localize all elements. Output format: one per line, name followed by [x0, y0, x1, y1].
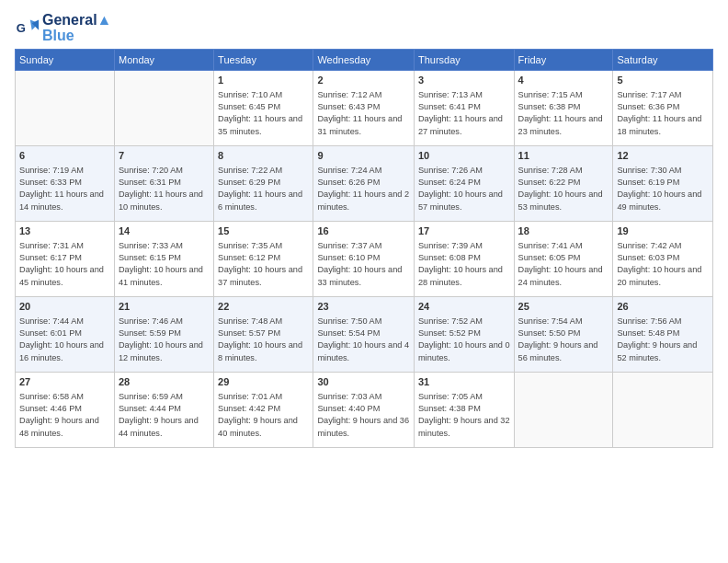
- day-number: 7: [119, 149, 210, 163]
- day-number: 6: [19, 149, 110, 163]
- day-number: 10: [418, 149, 510, 163]
- day-number: 17: [418, 224, 510, 238]
- calendar-cell: 15Sunrise: 7:35 AM Sunset: 6:12 PM Dayli…: [214, 222, 313, 297]
- day-info: Sunrise: 7:22 AM Sunset: 6:29 PM Dayligh…: [218, 165, 309, 213]
- day-number: 23: [317, 300, 410, 314]
- logo: G General▲ Blue: [15, 11, 111, 43]
- calendar-cell: 19Sunrise: 7:42 AM Sunset: 6:03 PM Dayli…: [613, 222, 713, 297]
- calendar-cell: 8Sunrise: 7:22 AM Sunset: 6:29 PM Daylig…: [214, 146, 313, 222]
- calendar-cell: 21Sunrise: 7:46 AM Sunset: 5:59 PM Dayli…: [114, 297, 213, 373]
- day-number: 12: [617, 149, 709, 163]
- page: G General▲ Blue SundayMondayTuesdayWedne…: [0, 0, 728, 457]
- calendar-cell: 14Sunrise: 7:33 AM Sunset: 6:15 PM Dayli…: [114, 222, 213, 297]
- day-number: 1: [218, 74, 309, 87]
- day-number: 21: [119, 300, 210, 314]
- weekday-monday: Monday: [114, 50, 213, 71]
- day-info: Sunrise: 7:19 AM Sunset: 6:33 PM Dayligh…: [19, 165, 110, 213]
- calendar-cell: 22Sunrise: 7:48 AM Sunset: 5:57 PM Dayli…: [214, 297, 313, 373]
- calendar-cell: 7Sunrise: 7:20 AM Sunset: 6:31 PM Daylig…: [114, 146, 213, 222]
- weekday-thursday: Thursday: [414, 50, 514, 71]
- day-info: Sunrise: 7:56 AM Sunset: 5:48 PM Dayligh…: [617, 316, 709, 364]
- calendar-table: SundayMondayTuesdayWednesdayThursdayFrid…: [15, 49, 713, 448]
- day-info: Sunrise: 6:59 AM Sunset: 4:44 PM Dayligh…: [119, 391, 210, 440]
- calendar-cell: 9Sunrise: 7:24 AM Sunset: 6:26 PM Daylig…: [313, 146, 415, 222]
- calendar-row-3: 20Sunrise: 7:44 AM Sunset: 6:01 PM Dayli…: [16, 297, 713, 373]
- day-info: Sunrise: 7:01 AM Sunset: 4:42 PM Dayligh…: [218, 391, 309, 440]
- calendar-cell: 2Sunrise: 7:12 AM Sunset: 6:43 PM Daylig…: [313, 71, 415, 146]
- day-info: Sunrise: 7:17 AM Sunset: 6:36 PM Dayligh…: [617, 89, 709, 138]
- calendar-cell: 24Sunrise: 7:52 AM Sunset: 5:52 PM Dayli…: [414, 297, 514, 373]
- calendar-cell: 1Sunrise: 7:10 AM Sunset: 6:45 PM Daylig…: [214, 71, 313, 146]
- calendar-cell: 23Sunrise: 7:50 AM Sunset: 5:54 PM Dayli…: [313, 297, 415, 373]
- calendar-row-1: 6Sunrise: 7:19 AM Sunset: 6:33 PM Daylig…: [16, 146, 713, 222]
- calendar-cell: 3Sunrise: 7:13 AM Sunset: 6:41 PM Daylig…: [414, 71, 514, 146]
- day-number: 2: [317, 74, 410, 87]
- day-info: Sunrise: 7:20 AM Sunset: 6:31 PM Dayligh…: [119, 165, 210, 213]
- day-number: 31: [418, 375, 510, 389]
- day-info: Sunrise: 7:10 AM Sunset: 6:45 PM Dayligh…: [218, 89, 309, 138]
- day-info: Sunrise: 7:39 AM Sunset: 6:08 PM Dayligh…: [418, 240, 510, 289]
- weekday-wednesday: Wednesday: [313, 50, 415, 71]
- day-info: Sunrise: 7:44 AM Sunset: 6:01 PM Dayligh…: [19, 316, 110, 364]
- day-info: Sunrise: 7:05 AM Sunset: 4:38 PM Dayligh…: [418, 391, 510, 440]
- weekday-saturday: Saturday: [613, 50, 713, 71]
- day-number: 11: [518, 149, 609, 163]
- calendar-cell: 10Sunrise: 7:26 AM Sunset: 6:24 PM Dayli…: [414, 146, 514, 222]
- calendar-cell: 27Sunrise: 6:58 AM Sunset: 4:46 PM Dayli…: [16, 373, 115, 448]
- day-number: 25: [518, 300, 609, 314]
- day-number: 30: [317, 375, 410, 389]
- day-info: Sunrise: 7:12 AM Sunset: 6:43 PM Dayligh…: [317, 89, 410, 138]
- day-info: Sunrise: 7:26 AM Sunset: 6:24 PM Dayligh…: [418, 165, 510, 213]
- day-info: Sunrise: 7:28 AM Sunset: 6:22 PM Dayligh…: [518, 165, 609, 213]
- day-number: 29: [218, 375, 309, 389]
- calendar-cell: 30Sunrise: 7:03 AM Sunset: 4:40 PM Dayli…: [313, 373, 415, 448]
- calendar-cell: 17Sunrise: 7:39 AM Sunset: 6:08 PM Dayli…: [414, 222, 514, 297]
- day-info: Sunrise: 7:35 AM Sunset: 6:12 PM Dayligh…: [218, 240, 309, 289]
- day-info: Sunrise: 7:52 AM Sunset: 5:52 PM Dayligh…: [418, 316, 510, 364]
- calendar-cell: 11Sunrise: 7:28 AM Sunset: 6:22 PM Dayli…: [514, 146, 613, 222]
- calendar-cell: 6Sunrise: 7:19 AM Sunset: 6:33 PM Daylig…: [16, 146, 115, 222]
- calendar-cell: 5Sunrise: 7:17 AM Sunset: 6:36 PM Daylig…: [613, 71, 713, 146]
- day-info: Sunrise: 7:31 AM Sunset: 6:17 PM Dayligh…: [19, 240, 110, 289]
- weekday-sunday: Sunday: [16, 50, 115, 71]
- day-number: 28: [119, 375, 210, 389]
- day-number: 3: [418, 74, 510, 87]
- day-number: 15: [218, 224, 309, 238]
- calendar-row-0: 1Sunrise: 7:10 AM Sunset: 6:45 PM Daylig…: [16, 71, 713, 146]
- day-number: 8: [218, 149, 309, 163]
- calendar-cell: 16Sunrise: 7:37 AM Sunset: 6:10 PM Dayli…: [313, 222, 415, 297]
- calendar-cell: 28Sunrise: 6:59 AM Sunset: 4:44 PM Dayli…: [114, 373, 213, 448]
- svg-text:G: G: [17, 20, 26, 34]
- calendar-cell: 26Sunrise: 7:56 AM Sunset: 5:48 PM Dayli…: [613, 297, 713, 373]
- day-info: Sunrise: 7:50 AM Sunset: 5:54 PM Dayligh…: [317, 316, 410, 364]
- calendar-cell: 20Sunrise: 7:44 AM Sunset: 6:01 PM Dayli…: [16, 297, 115, 373]
- day-info: Sunrise: 7:37 AM Sunset: 6:10 PM Dayligh…: [317, 240, 410, 289]
- calendar-cell: 25Sunrise: 7:54 AM Sunset: 5:50 PM Dayli…: [514, 297, 613, 373]
- day-number: 24: [418, 300, 510, 314]
- calendar-cell: 12Sunrise: 7:30 AM Sunset: 6:19 PM Dayli…: [613, 146, 713, 222]
- calendar-cell: [16, 71, 115, 146]
- header: G General▲ Blue: [15, 11, 713, 43]
- day-number: 13: [19, 224, 110, 238]
- day-number: 9: [317, 149, 410, 163]
- logo-icon: G: [15, 15, 40, 40]
- day-info: Sunrise: 7:13 AM Sunset: 6:41 PM Dayligh…: [418, 89, 510, 138]
- day-info: Sunrise: 7:15 AM Sunset: 6:38 PM Dayligh…: [518, 89, 609, 138]
- day-number: 27: [19, 375, 110, 389]
- weekday-friday: Friday: [514, 50, 613, 71]
- day-info: Sunrise: 7:42 AM Sunset: 6:03 PM Dayligh…: [617, 240, 709, 289]
- day-number: 14: [119, 224, 210, 238]
- day-number: 20: [19, 300, 110, 314]
- day-info: Sunrise: 7:41 AM Sunset: 6:05 PM Dayligh…: [518, 240, 609, 289]
- day-number: 18: [518, 224, 609, 238]
- day-info: Sunrise: 7:30 AM Sunset: 6:19 PM Dayligh…: [617, 165, 709, 213]
- calendar-row-4: 27Sunrise: 6:58 AM Sunset: 4:46 PM Dayli…: [16, 373, 713, 448]
- logo-text: General▲ Blue: [42, 11, 111, 43]
- day-number: 22: [218, 300, 309, 314]
- day-info: Sunrise: 7:03 AM Sunset: 4:40 PM Dayligh…: [317, 391, 410, 440]
- day-number: 4: [518, 74, 609, 87]
- day-number: 5: [617, 74, 709, 87]
- calendar-cell: 29Sunrise: 7:01 AM Sunset: 4:42 PM Dayli…: [214, 373, 313, 448]
- day-info: Sunrise: 7:33 AM Sunset: 6:15 PM Dayligh…: [119, 240, 210, 289]
- weekday-tuesday: Tuesday: [214, 50, 313, 71]
